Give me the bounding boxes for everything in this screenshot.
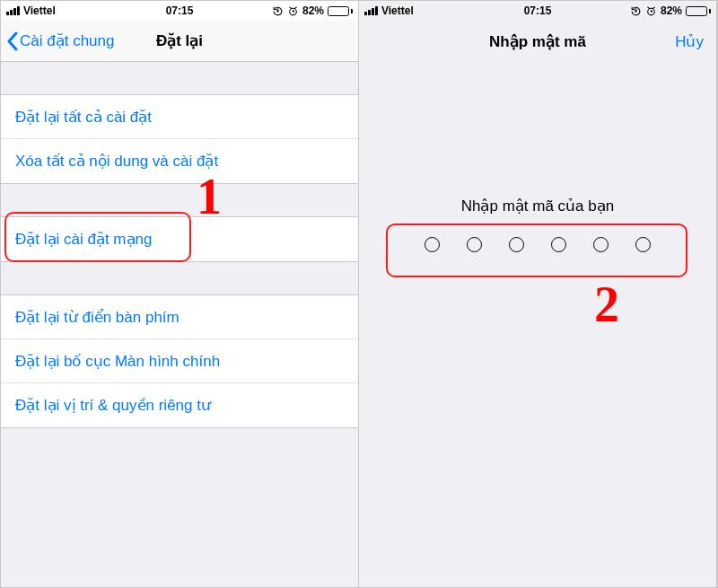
status-right: 82% xyxy=(551,4,711,17)
svg-rect-2 xyxy=(635,9,636,12)
passcode-dot xyxy=(551,237,566,252)
passcode-dot xyxy=(593,237,609,252)
cancel-button[interactable]: Hủy xyxy=(675,32,704,51)
carrier-label: Viettel xyxy=(381,4,414,17)
orientation-lock-icon xyxy=(272,5,284,17)
reset-keyboard-dictionary[interactable]: Đặt lại từ điển bàn phím xyxy=(1,295,358,339)
passcode-prompt: Nhập mật mã của bạn xyxy=(359,197,716,252)
battery-percent: 82% xyxy=(661,4,682,17)
status-bar: Viettel 07:15 82% xyxy=(359,1,716,21)
content-area: Đặt lại tất cả cài đặt Xóa tất cả nội du… xyxy=(1,62,358,587)
status-left: Viettel xyxy=(6,4,166,17)
reset-home-layout[interactable]: Đặt lại bố cục Màn hình chính xyxy=(1,339,358,383)
reset-group-2: Đặt lại cài đặt mạng xyxy=(1,216,358,262)
passcode-dot xyxy=(425,237,440,252)
screen-passcode: Viettel 07:15 82% Nhập mật mã Hủy Nhập m… xyxy=(359,1,717,587)
nav-title: Nhập mật mã xyxy=(489,32,586,51)
reset-location-privacy[interactable]: Đặt lại vị trí & quyền riêng tư xyxy=(1,383,358,427)
nav-title: Đặt lại xyxy=(156,31,203,50)
passcode-dot xyxy=(467,237,482,252)
passcode-dot xyxy=(509,237,524,252)
status-bar: Viettel 07:15 82% xyxy=(1,1,358,21)
passcode-label: Nhập mật mã của bạn xyxy=(461,197,614,215)
passcode-dots[interactable] xyxy=(425,237,651,252)
nav-bar: Nhập mật mã Hủy xyxy=(359,21,716,62)
back-label: Cài đặt chung xyxy=(20,31,114,50)
reset-all-settings[interactable]: Đặt lại tất cả cài đặt xyxy=(1,95,358,139)
signal-icon xyxy=(364,6,378,15)
content-area: Nhập mật mã của bạn 2 xyxy=(359,62,716,587)
screen-reset-settings: Viettel 07:15 82% Cài đặt chung Đặt lại … xyxy=(1,1,359,587)
status-time: 07:15 xyxy=(166,4,194,17)
svg-rect-0 xyxy=(276,9,278,12)
alarm-icon xyxy=(287,5,299,17)
reset-group-3: Đặt lại từ điển bàn phím Đặt lại bố cục … xyxy=(1,294,358,428)
battery-icon xyxy=(328,6,353,16)
chevron-left-icon xyxy=(6,31,18,51)
battery-percent: 82% xyxy=(302,4,324,17)
reset-network-settings[interactable]: Đặt lại cài đặt mạng xyxy=(1,217,358,261)
back-button[interactable]: Cài đặt chung xyxy=(6,31,114,51)
alarm-icon xyxy=(645,5,657,17)
battery-icon xyxy=(686,6,711,16)
status-right: 82% xyxy=(193,4,353,17)
orientation-lock-icon xyxy=(630,5,642,17)
annotation-number-2: 2 xyxy=(594,276,619,333)
nav-bar: Cài đặt chung Đặt lại xyxy=(1,21,358,62)
reset-group-1: Đặt lại tất cả cài đặt Xóa tất cả nội du… xyxy=(1,94,358,184)
carrier-label: Viettel xyxy=(23,4,56,17)
erase-all-content[interactable]: Xóa tất cả nội dung và cài đặt xyxy=(1,139,358,183)
signal-icon xyxy=(6,6,20,15)
status-left: Viettel xyxy=(364,4,524,17)
passcode-dot xyxy=(635,237,651,252)
status-time: 07:15 xyxy=(524,4,552,17)
